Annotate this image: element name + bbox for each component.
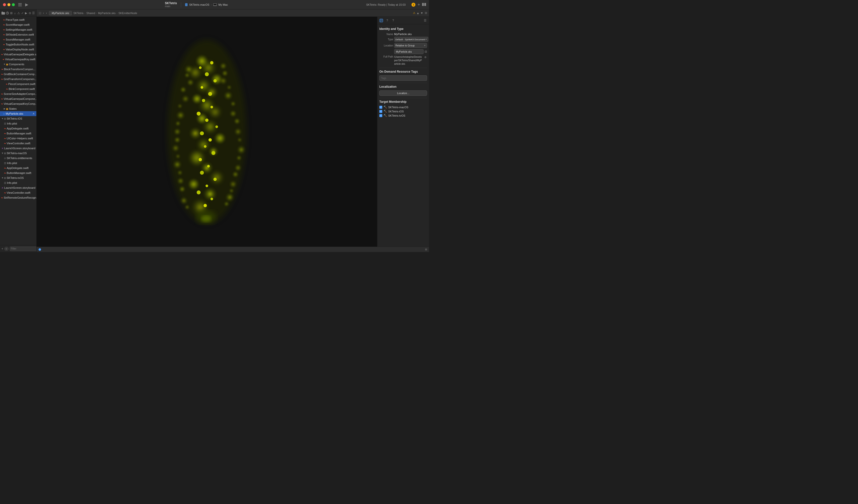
list-item[interactable]: ❧ SiriRemoteGestureRecognizer...: [0, 195, 36, 200]
scheme-device[interactable]: My Mac: [212, 3, 229, 7]
tags-field[interactable]: Tags: [379, 75, 427, 81]
svg-point-79: [233, 172, 238, 177]
list-item[interactable]: ❧ ScoreManager.swift: [0, 22, 36, 27]
list-item[interactable]: ❧ ValueDisplayNode.swift: [0, 47, 36, 52]
list-item[interactable]: ☰ Info.plist: [0, 121, 36, 126]
add-button[interactable]: +: [417, 2, 420, 7]
sidebar-footer: + ⊙ ⊕ ✕: [0, 245, 36, 252]
svg-rect-6: [422, 3, 424, 6]
list-item[interactable]: ✕ LaunchScreen.storyboard: [0, 146, 36, 151]
list-item[interactable]: ❧ PieceType.swift: [0, 17, 36, 22]
list-item[interactable]: ❧ ToggleButtonNode.swift: [0, 42, 36, 47]
filter-input[interactable]: [10, 247, 36, 251]
filter-type-toggle[interactable]: ⊙: [4, 247, 9, 251]
components-folder[interactable]: ▼ ▣ Components: [0, 62, 36, 67]
storyboard-icon: ✕: [1, 147, 3, 150]
list-item[interactable]: ❧ VirtualGamepadDelegate.s...: [0, 52, 36, 57]
list-item[interactable]: ❧ UIColor~Helpers.swift: [0, 136, 36, 141]
target-tvos-checkbox[interactable]: ✓: [379, 114, 382, 117]
list-item[interactable]: ❧ SoundManager.swift: [0, 37, 36, 42]
list-item[interactable]: ❧ SKNodeExtension.swift: [0, 32, 36, 37]
editor-tab-myparticle[interactable]: MyParticle.sks: [49, 11, 72, 15]
path-gear-icon[interactable]: ⚙: [424, 55, 427, 59]
list-item[interactable]: ❧ BlinkComponent.swift: [0, 86, 36, 92]
quick-help-icon[interactable]: ?: [385, 18, 390, 23]
myparticle-sks-item[interactable]: ⊙ MyParticle.sks A: [0, 111, 36, 116]
fullscreen-button[interactable]: [12, 3, 15, 6]
breadcrumb-myparticle[interactable]: MyParticle.sks: [98, 12, 116, 15]
list-item[interactable]: ☰ Info.plist: [0, 180, 36, 185]
breadcrumb-shared[interactable]: Shared: [86, 12, 95, 15]
back-button[interactable]: ‹: [43, 11, 45, 15]
sktris-macos-group[interactable]: ▼ ⊞ SKTetris-macOS: [0, 151, 36, 156]
svg-point-81: [237, 156, 242, 161]
target-macos-checkbox[interactable]: ✓: [379, 106, 382, 109]
localize-button[interactable]: Localize...: [379, 91, 427, 96]
breadcrumb-sktetris[interactable]: SKTetris: [74, 12, 83, 15]
swift-icon: ❧: [4, 167, 6, 169]
folder-icon[interactable]: [1, 11, 5, 16]
list-item[interactable]: ❧ ViewController.swift: [0, 141, 36, 146]
list-item[interactable]: ❧ VirtualGamepadCompone...: [0, 96, 36, 101]
file-navigator: ❧ PieceType.swift ❧ ScoreManager.swift ❧…: [0, 17, 36, 245]
svg-point-77: [229, 189, 234, 193]
list-item[interactable]: ❧ VirtualGamepadKeyComp...: [0, 101, 36, 106]
test-icon[interactable]: ✓: [21, 11, 24, 16]
inspector-toggle-button[interactable]: ⊟: [425, 11, 427, 15]
target-ios-checkbox[interactable]: ✓: [379, 110, 382, 113]
minimize-button[interactable]: [7, 3, 10, 6]
add-file-button[interactable]: +: [1, 247, 3, 250]
list-item[interactable]: ✕ LaunchScreen.storyboard: [0, 185, 36, 190]
svg-point-21: [189, 127, 202, 140]
report-icon[interactable]: ☰: [32, 11, 35, 16]
target-macos-row: ✓ 🔨 SKTetris-macOS: [379, 105, 427, 109]
list-item[interactable]: ❧ PieceComponent.swift: [0, 82, 36, 86]
chevron-down-icon: ▼: [425, 38, 427, 40]
sktris-tvos-group[interactable]: ▼ ⊞ SKTetris-tvOS: [0, 175, 36, 180]
search-sidebar-icon[interactable]: ⌕: [14, 11, 16, 16]
list-item[interactable]: ❧ ButtonManager.swift: [0, 131, 36, 136]
sktris-ios-group[interactable]: ▼ ⊞ SKTetris-iOS: [0, 116, 36, 121]
hierarchy-icon[interactable]: ⊞: [10, 11, 13, 16]
help-icon[interactable]: ?: [391, 18, 396, 23]
particle-preview-canvas[interactable]: [36, 17, 377, 247]
list-item[interactable]: ⊙ SKTetris.entitlements: [0, 156, 36, 161]
sidebar-toggle-button[interactable]: [18, 2, 22, 7]
list-item[interactable]: ❧ AppDelegate.swift: [0, 126, 36, 131]
list-item[interactable]: ❧ ButtonManager.swift: [0, 170, 36, 175]
group-icon: ⊞: [4, 177, 6, 179]
navigate-up-button[interactable]: ▲: [416, 11, 419, 15]
list-item[interactable]: ❧ BlockTransformCompon...: [0, 67, 36, 72]
close-button[interactable]: [3, 3, 6, 6]
filename-field[interactable]: MyParticle.sks: [394, 49, 424, 54]
grid-view-button[interactable]: ⊞: [38, 11, 42, 15]
list-item[interactable]: ❧ GridBlockContainerComp...: [0, 72, 36, 77]
list-item[interactable]: ❧ SceneSizeAdapterCompo...: [0, 92, 36, 96]
list-item[interactable]: ❧ SettingsManager.swift: [0, 27, 36, 32]
location-dropdown[interactable]: Relative to Group ▼: [394, 43, 427, 48]
forward-button[interactable]: ›: [46, 11, 47, 15]
debug-icon[interactable]: ▶: [25, 11, 28, 16]
breadcrumb-skemitternode[interactable]: SKEmitterNode: [118, 12, 137, 15]
menu-icon[interactable]: ☰: [423, 18, 428, 23]
warning-sidebar-icon[interactable]: ⚠: [17, 11, 20, 16]
scheme-selector[interactable]: SKTetris-macOS: [184, 3, 211, 7]
project-name: SKTetris: [165, 1, 177, 5]
list-item[interactable]: ☰ Info.plist: [0, 161, 36, 165]
list-item[interactable]: ❧ AppDelegate.swift: [0, 165, 36, 170]
list-item[interactable]: ❧ GridTransformComponen...: [0, 77, 36, 82]
svg-rect-5: [213, 4, 217, 5]
source-control-icon[interactable]: [6, 11, 9, 16]
layout-toggle[interactable]: [422, 3, 426, 7]
list-item[interactable]: ❧ VirtualGamepadKey.swift: [0, 57, 36, 62]
run-button[interactable]: ▶: [25, 2, 28, 7]
file-inspector-icon[interactable]: [379, 18, 384, 23]
reveal-in-finder-icon[interactable]: ⊟: [425, 50, 427, 53]
warning-badge[interactable]: 1: [411, 3, 415, 7]
status-expand-button[interactable]: ⊟: [425, 248, 427, 251]
list-item[interactable]: ❧ ViewController.swift: [0, 190, 36, 195]
breakpoints-icon[interactable]: ⊝: [28, 11, 31, 16]
navigate-down-button[interactable]: ▼: [420, 11, 423, 15]
type-dropdown[interactable]: Default - SpriteKit Document ▼: [394, 37, 428, 42]
states-folder[interactable]: ▶ ▣ States: [0, 106, 36, 111]
